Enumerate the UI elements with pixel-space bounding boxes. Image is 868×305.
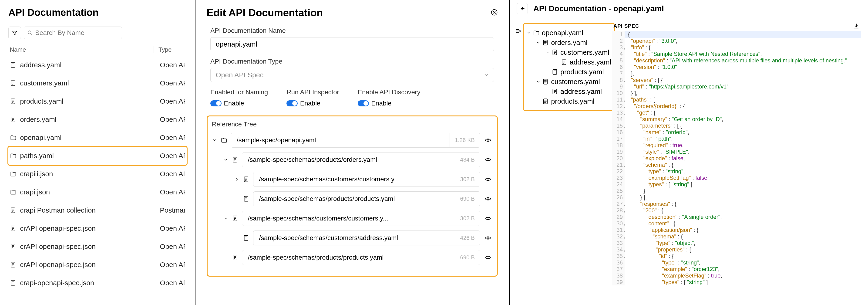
- folder-icon: [10, 171, 17, 177]
- code-line: 5 "description" : "API with references a…: [612, 57, 861, 64]
- tree-item-label: address.yaml: [560, 88, 602, 95]
- line-content: "example" : "order123",: [625, 266, 861, 272]
- file-row[interactable]: crAPI openapi-spec.jsonOpen API Spe: [8, 256, 187, 274]
- code-line: 8 "servers" : [ {: [612, 77, 861, 83]
- preview-button[interactable]: [483, 235, 493, 241]
- chevron-down-icon[interactable]: [223, 216, 228, 220]
- filter-button[interactable]: [8, 27, 21, 39]
- line-number: 11: [612, 96, 625, 103]
- chevron-down-icon[interactable]: [536, 40, 540, 45]
- file-row[interactable]: crapi Postman collectionPostman Coll: [8, 201, 187, 219]
- tree-item[interactable]: products.yaml: [527, 67, 611, 77]
- column-name[interactable]: Name: [8, 46, 154, 53]
- tree-item[interactable]: openapi.yaml: [527, 28, 611, 38]
- table-header: Name Type: [8, 44, 187, 56]
- api-doc-name-input[interactable]: [210, 37, 494, 51]
- preview-button[interactable]: [483, 176, 493, 183]
- chevron-down-icon[interactable]: [223, 158, 228, 162]
- chevron-down-icon[interactable]: [527, 31, 531, 35]
- doc-icon: [243, 235, 250, 241]
- file-name: products.yaml: [20, 97, 64, 105]
- tree-item[interactable]: customers.yaml: [527, 77, 611, 87]
- file-row[interactable]: customers.yamlOpen API Spe: [8, 74, 187, 92]
- switch-icon: [210, 100, 221, 106]
- column-type[interactable]: Type: [154, 46, 172, 53]
- file-row[interactable]: crapi-openapi-spec.jsonOpen API Spe: [8, 274, 187, 292]
- close-button[interactable]: [491, 9, 498, 16]
- file-row[interactable]: paths.yamlOpen API Spe: [8, 147, 187, 165]
- folder-icon: [221, 137, 227, 143]
- file-row[interactable]: orders.yamlOpen API Spe: [8, 110, 187, 128]
- line-number: 22: [612, 168, 625, 175]
- toggle-switch[interactable]: Enable: [358, 100, 420, 107]
- reference-tree: Reference Tree /sample-spec/openapi.yaml…: [207, 116, 498, 277]
- tree-item[interactable]: customers.yaml: [527, 48, 611, 57]
- chevron-down-icon[interactable]: [546, 50, 550, 55]
- file-type: Open API Spe: [155, 261, 185, 269]
- code-line: 26 } ],: [612, 194, 861, 201]
- file-row[interactable]: crapi.jsonOpen API Spe: [8, 183, 187, 201]
- file-row[interactable]: crapiii.jsonOpen API Spe: [8, 165, 187, 183]
- preview-button[interactable]: [483, 254, 493, 261]
- file-type: Open API Spe: [155, 170, 185, 178]
- preview-button[interactable]: [483, 195, 493, 202]
- back-button[interactable]: [517, 3, 528, 14]
- toggle-label: Enable API Discovery: [358, 89, 420, 96]
- line-number: 10: [612, 90, 625, 96]
- line-number: 13: [612, 110, 625, 116]
- toggle-switch[interactable]: Enable: [210, 100, 268, 107]
- tree-item[interactable]: address.yaml: [527, 57, 611, 67]
- preview-button[interactable]: [483, 137, 493, 144]
- line-number: 39: [612, 279, 625, 285]
- download-button[interactable]: [853, 23, 860, 29]
- line-number: 27: [612, 201, 625, 207]
- toggle-label: Run API Inspector: [286, 89, 339, 96]
- line-number: 28: [612, 207, 625, 214]
- line-content: },: [625, 70, 861, 77]
- preview-button[interactable]: [483, 156, 493, 163]
- tree-item[interactable]: orders.yaml: [527, 38, 611, 48]
- search-input-wrap[interactable]: [24, 27, 122, 39]
- reference-tree-title: Reference Tree: [212, 121, 493, 128]
- tree-item[interactable]: address.yaml: [527, 87, 611, 96]
- file-type: Open API Spe: [155, 243, 185, 250]
- file-row[interactable]: crAPI openapi-spec.jsonOpen API Spe: [8, 238, 187, 256]
- line-number: 7: [612, 70, 625, 77]
- folder-icon: [10, 134, 17, 141]
- chevron-down-icon[interactable]: [212, 138, 217, 142]
- line-number: 25: [612, 188, 625, 194]
- doc-icon: [10, 243, 17, 250]
- line-content: "get" : {: [625, 110, 861, 116]
- line-number: 34: [612, 246, 625, 253]
- chevron-right-icon[interactable]: [234, 177, 240, 181]
- tree-item[interactable]: products.yaml: [527, 96, 611, 106]
- code-line: 10 } ],: [612, 90, 861, 96]
- preview-button[interactable]: [483, 215, 493, 222]
- line-content: "type" : "string",: [625, 168, 861, 175]
- search-input[interactable]: [35, 29, 119, 36]
- doc-icon: [10, 116, 17, 123]
- line-number: 23: [612, 175, 625, 181]
- line-content: "schema" : {: [625, 233, 861, 240]
- api-doc-type-select[interactable]: Open API Spec: [210, 68, 494, 82]
- doc-icon: [232, 254, 239, 261]
- file-row[interactable]: products.yamlOpen API Spe: [8, 92, 187, 110]
- line-content: "id" : {: [625, 253, 861, 260]
- line-content: } ],: [625, 194, 861, 201]
- ref-path-box: /sample-spec/schemas/customers/customers…: [242, 211, 480, 226]
- code-editor[interactable]: 1{2 "openapi" : "3.0.0",3 "info" : {4 "t…: [612, 31, 861, 285]
- tree-item-label: address.yaml: [570, 58, 611, 66]
- line-number: 8: [612, 77, 625, 83]
- chevron-down-icon[interactable]: [536, 80, 540, 84]
- code-line: 21 "schema" : {: [612, 161, 861, 168]
- collapse-tree-icon[interactable]: [515, 28, 521, 34]
- file-row[interactable]: openapi.yamlOpen API Spe: [8, 128, 187, 147]
- file-row[interactable]: crAPI openapi-spec.jsonOpen API Spe: [8, 219, 187, 238]
- line-content: "description" : "API with references acr…: [625, 57, 861, 64]
- line-content: "description" : "A single order",: [625, 214, 861, 220]
- code-line: 32 "schema" : {: [612, 233, 861, 240]
- toggle-switch[interactable]: Enable: [286, 100, 339, 107]
- ref-size: 302 B: [455, 215, 480, 222]
- file-row[interactable]: address.yamlOpen API Spe: [8, 56, 187, 74]
- code-line: 33 "type" : "object",: [612, 240, 861, 246]
